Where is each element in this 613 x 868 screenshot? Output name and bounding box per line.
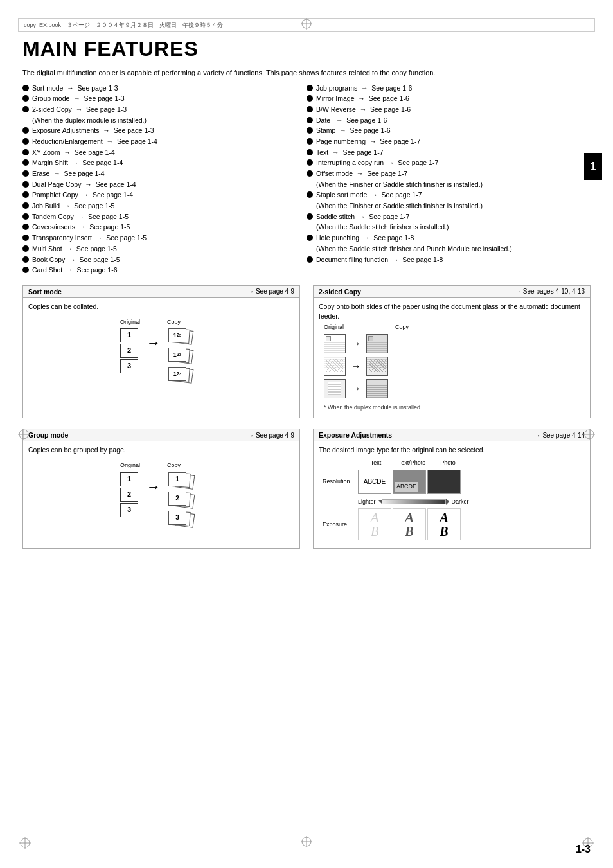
bullet-icon — [306, 235, 313, 241]
sections-grid: Sort mode → See page 4-9 Copies can be c… — [22, 285, 591, 549]
orig-pages: 1 2 3 — [120, 328, 140, 373]
group-arrow: → — [147, 477, 161, 497]
bullet-icon — [22, 85, 29, 91]
list-item: Margin Shift → See page 1-4 — [22, 158, 300, 168]
doc-lines3 — [328, 382, 341, 395]
page-1: 1 — [120, 328, 138, 342]
exp-exposure-row: Exposure A B A B A — [323, 508, 581, 540]
section-sort-mode: Sort mode → See page 4-9 Copies can be c… — [22, 285, 300, 419]
two-sided-desc: Copy onto both sides of the paper using … — [319, 302, 585, 321]
res-text-box: ABCDE — [358, 470, 391, 494]
reg-mark-bottom — [301, 836, 312, 847]
page-2: 2 — [120, 344, 138, 358]
list-item: Reduction/Enlargement → See page 1-4 — [22, 137, 300, 146]
bullet-icon — [22, 170, 29, 177]
list-item: Hole punching → See page 1-8 — [306, 233, 584, 243]
darker-label: Darker — [452, 498, 469, 506]
two-sided-rows: → → — [319, 332, 585, 401]
list-item: Saddle stitch → See page 1-7 — [306, 212, 584, 222]
reg-mark-left — [18, 429, 30, 440]
orig-doc-3 — [324, 379, 346, 398]
bullet-icon — [306, 170, 313, 177]
copy-doc-1 — [366, 334, 388, 353]
bullet-icon — [22, 159, 29, 166]
exposure-diagram: Text Text/Photo Photo Resolution ABCDE A… — [319, 455, 585, 544]
sort-diagram: Original 1 2 3 → Copy — [120, 318, 202, 384]
exp-header-row: Text Text/Photo Photo — [323, 459, 581, 467]
main-content: 1 MAIN FEATURES The digital multifunctio… — [22, 37, 591, 836]
bullet-icon — [22, 202, 29, 209]
section-sort-header: Sort mode → See page 4-9 — [23, 286, 299, 298]
bullet-icon — [22, 213, 29, 220]
list-item: Page numbering → See page 1-7 — [306, 137, 584, 146]
list-item: Offset mode → See page 1-7 — [306, 169, 584, 179]
exp-textphoto-header: Text/Photo — [394, 459, 430, 467]
features-col-2: Job programs → See page 1-6 Mirror Image… — [306, 84, 591, 276]
sort-mode-title: Sort mode — [28, 288, 62, 296]
bullet-icon — [22, 106, 29, 112]
features-list: Sort mode → See page 1-3 Group mode → Se… — [22, 84, 591, 276]
sort-diagram-area: Original 1 2 3 → Copy — [28, 312, 294, 388]
two-sided-row-2: → — [324, 357, 585, 376]
copy-label: Copy — [167, 318, 202, 326]
gpage-3: 3 — [120, 503, 138, 517]
group-mode-title: Group mode — [28, 431, 68, 439]
group-copy-label: Copy — [167, 461, 202, 470]
two-sided-body: Copy onto both sides of the paper using … — [314, 298, 590, 418]
reg-mark-top — [301, 18, 312, 30]
bullet-icon — [306, 159, 313, 166]
group-copy-section: Copy 1 — [167, 461, 202, 527]
gradient-bar — [382, 499, 446, 504]
list-item: Interrupting a copy run → See page 1-7 — [306, 158, 584, 168]
list-item: Dual Page Copy → See page 1-4 — [22, 180, 300, 190]
group-mode-desc: Copies can be grouped by page. — [28, 445, 294, 455]
gpage-2: 2 — [120, 488, 138, 502]
doc-thumbnail — [326, 336, 331, 341]
page-title: MAIN FEATURES — [22, 37, 591, 61]
exp-photo-header: Photo — [430, 459, 466, 467]
bullet-icon — [22, 95, 29, 102]
chapter-tab: 1 — [584, 153, 602, 180]
page-3: 3 — [120, 359, 138, 373]
exp-dark-a: A — [440, 511, 449, 525]
bullet-icon — [306, 191, 313, 198]
orig-col-label: Original — [324, 323, 344, 332]
bullet-icon — [22, 235, 29, 241]
sort-mode-desc: Copies can be collated. — [28, 302, 294, 312]
list-item: Stamp → See page 1-6 — [306, 126, 584, 136]
exp-light-b: B — [371, 525, 378, 538]
copy-stack-2: 123 — [167, 348, 202, 364]
exp-text-header: Text — [358, 459, 394, 467]
bullet-icon — [22, 181, 29, 188]
two-sided-pageref: → See pages 4-10, 4-13 — [515, 288, 585, 295]
bullet-icon — [306, 127, 313, 134]
fanned-1-a: 123 — [168, 328, 186, 342]
list-item-indent: (When the Finisher or Saddle stitch fini… — [316, 201, 584, 211]
gs1-a: 1 — [168, 472, 186, 486]
list-item-indent: (When the Finisher or Saddle stitch fini… — [316, 180, 584, 190]
res-textphoto-box: ABCDE — [393, 470, 426, 494]
row3-arrow: → — [351, 382, 361, 396]
group-mode-pageref: → See page 4-9 — [247, 432, 294, 439]
res-abcde-overlay: ABCDE — [395, 482, 418, 492]
list-item: Sort mode → See page 1-3 — [22, 84, 300, 93]
bullet-icon — [306, 149, 313, 155]
list-item-indent: (When the Saddle stitch finisher and Pun… — [316, 244, 584, 254]
orig-label: Original — [120, 318, 140, 326]
orig-doc-2 — [324, 357, 346, 376]
list-item: Text → See page 1-7 — [306, 148, 584, 157]
sort-arrow: → — [147, 333, 161, 353]
features-col-1: Sort mode → See page 1-3 Group mode → Se… — [22, 84, 306, 276]
bullet-icon — [306, 213, 313, 220]
group-orig-label: Original — [120, 461, 140, 470]
arrow-container: → — [147, 318, 161, 369]
orig-doc-1 — [324, 334, 346, 353]
two-sided-title: 2-sided Copy — [319, 288, 361, 296]
bullet-icon — [306, 117, 313, 123]
group-orig-section: Original 1 2 3 — [120, 461, 140, 517]
list-item: Staple sort mode → See page 1-7 — [306, 190, 584, 200]
list-item: Tandem Copy → See page 1-5 — [22, 212, 300, 222]
duplex-footnote: * When the duplex module is installed. — [319, 401, 585, 414]
exposure-title: Exposure Adjustments — [319, 431, 392, 439]
sort-mode-pageref: → See page 4-9 — [247, 288, 294, 295]
